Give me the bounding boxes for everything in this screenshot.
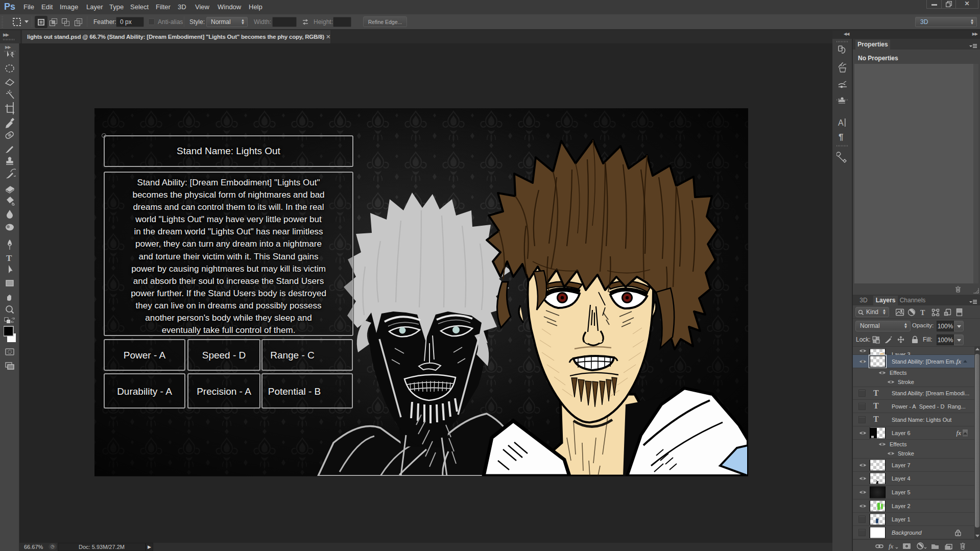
svg-text:fx: fx	[889, 542, 894, 550]
svg-text:¶: ¶	[839, 132, 843, 142]
svg-text:T: T	[6, 253, 12, 263]
svg-text:A: A	[838, 118, 844, 127]
svg-text:T: T	[920, 309, 925, 316]
